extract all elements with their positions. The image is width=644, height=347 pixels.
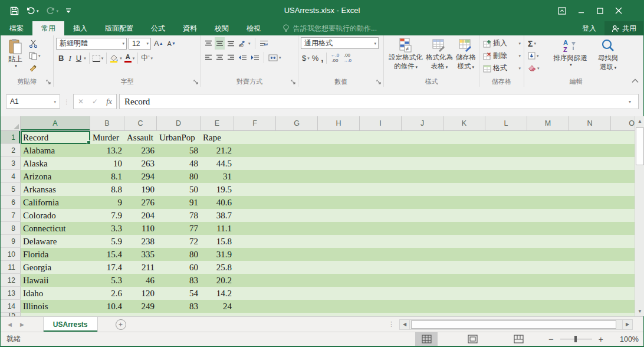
font-name-combo[interactable]: 新細明體▾ [56, 38, 127, 50]
row-header-9[interactable]: 9 [1, 235, 21, 248]
normal-view-button[interactable] [415, 332, 438, 346]
cell-B11[interactable]: 17.4 [90, 261, 124, 274]
middle-align-button[interactable] [215, 37, 225, 50]
cell-E13[interactable]: 14.2 [201, 287, 234, 300]
underline-button[interactable]: U▾ [74, 52, 87, 64]
cut-button[interactable] [28, 37, 42, 50]
cell-D4[interactable]: 80 [157, 170, 201, 183]
cell-A5[interactable]: Arkansas [21, 183, 90, 196]
align-right-button[interactable] [226, 51, 236, 64]
fill-button[interactable]: ▾ [527, 50, 549, 62]
cell-E10[interactable]: 31.9 [201, 248, 234, 261]
cell-B12[interactable]: 5.3 [90, 274, 124, 287]
cell-C7[interactable]: 204 [124, 209, 157, 222]
redo-button[interactable]: ▾ [44, 4, 61, 18]
row-band-filler[interactable] [234, 157, 635, 170]
cell-B14[interactable]: 10.4 [90, 300, 124, 313]
tab-資料[interactable]: 資料 [174, 21, 206, 35]
currency-format-button[interactable]: $▾ [301, 52, 311, 64]
row-band-filler[interactable] [234, 274, 635, 287]
column-header-F[interactable]: F [234, 116, 276, 131]
cell-E1[interactable]: Rape [201, 131, 234, 144]
ribbon-display-options-button[interactable] [553, 0, 571, 21]
scroll-up-icon[interactable]: ▲ [635, 116, 644, 126]
delete-cells-button[interactable]: 刪除▾ [482, 50, 523, 62]
cell-A14[interactable]: Illinois [21, 300, 90, 313]
cell-B13[interactable]: 2.6 [90, 287, 124, 300]
row-band-filler[interactable] [234, 131, 635, 144]
cell-D9[interactable]: 72 [157, 235, 201, 248]
tab-scroll-splitter[interactable]: ⋮ [388, 320, 395, 328]
zoom-slider[interactable] [560, 339, 592, 339]
cell-E3[interactable]: 44.5 [201, 157, 234, 170]
clear-button[interactable]: ▾ [527, 62, 549, 74]
column-header-H[interactable]: H [318, 116, 360, 131]
cell-D11[interactable]: 60 [157, 261, 201, 274]
maximize-button[interactable] [590, 0, 609, 21]
row-band-filler[interactable] [234, 209, 635, 222]
zoom-slider-thumb[interactable] [574, 336, 577, 342]
decrease-decimal-button[interactable]: .00→.0 [341, 53, 353, 64]
cell-A3[interactable]: Alaska [21, 157, 90, 170]
row-header-10[interactable]: 10 [1, 248, 21, 261]
cell-E11[interactable]: 25.8 [201, 261, 234, 274]
copy-button[interactable]: ▾ [28, 50, 42, 62]
row-band-filler[interactable] [234, 261, 635, 274]
align-left-button[interactable] [203, 51, 213, 64]
cell-A1[interactable]: Record [21, 131, 90, 144]
expand-formula-bar-icon[interactable]: ▾ [629, 99, 633, 104]
vertical-scrollbar-thumb[interactable] [636, 127, 644, 165]
undo-button[interactable]: ▾ [24, 4, 41, 18]
row-header-5[interactable]: 5 [1, 183, 21, 196]
insert-cells-button[interactable]: 插入▾ [482, 37, 523, 50]
row-band-filler[interactable] [234, 196, 635, 209]
cell-C10[interactable]: 335 [124, 248, 157, 261]
cell-D2[interactable]: 58 [157, 144, 201, 157]
cell-D5[interactable]: 50 [157, 183, 201, 196]
row-header-7[interactable]: 7 [1, 209, 21, 222]
zoom-in-button[interactable]: + [595, 335, 607, 344]
new-sheet-button[interactable]: + [116, 319, 126, 330]
collapse-ribbon-button[interactable] [632, 78, 639, 83]
enter-button[interactable]: ✓ [88, 97, 102, 106]
row-band-filler[interactable] [234, 235, 635, 248]
zoom-out-button[interactable]: − [545, 334, 557, 344]
row-header-6[interactable]: 6 [1, 196, 21, 209]
column-header-A[interactable]: A [21, 116, 90, 131]
cell-A9[interactable]: Delaware [21, 235, 90, 248]
cell-D8[interactable]: 77 [157, 222, 201, 235]
find-select-button[interactable]: 尋找與 選取▾ [592, 37, 625, 74]
column-header-K[interactable]: K [443, 116, 485, 131]
column-header-E[interactable]: E [201, 116, 234, 131]
row-band-filler[interactable] [234, 287, 635, 300]
vertical-scrollbar[interactable]: ▲ ▼ [635, 116, 644, 316]
scroll-down-icon[interactable]: ▼ [635, 306, 644, 316]
dialog-launcher-icon[interactable] [46, 80, 51, 85]
cell-B9[interactable]: 5.9 [90, 235, 124, 248]
cell-A4[interactable]: Arizona [21, 170, 90, 183]
column-header-B[interactable]: B [90, 116, 124, 131]
sign-in-button[interactable]: 登入 [574, 21, 604, 35]
insert-function-button[interactable]: fx [102, 97, 116, 106]
cell-D1[interactable]: UrbanPop [157, 131, 201, 144]
font-color-button[interactable]: A ▾ [123, 52, 136, 64]
row-header-8[interactable]: 8 [1, 222, 21, 235]
close-button[interactable] [609, 0, 628, 21]
number-format-combo[interactable]: 通用格式▾ [301, 37, 379, 49]
cell-D7[interactable]: 78 [157, 209, 201, 222]
format-as-table-button[interactable]: 格式化為 表格▾ [425, 37, 454, 71]
cell-C3[interactable]: 263 [124, 157, 157, 170]
cell-D13[interactable]: 54 [157, 287, 201, 300]
increase-indent-button[interactable] [249, 51, 261, 64]
cell-C4[interactable]: 294 [124, 170, 157, 183]
column-header-I[interactable]: I [360, 116, 402, 131]
share-button[interactable]: 共用 [604, 21, 643, 35]
cell-B10[interactable]: 15.4 [90, 248, 124, 261]
column-header-N[interactable]: N [569, 116, 611, 131]
column-header-L[interactable]: L [485, 116, 527, 131]
minimize-button[interactable] [571, 0, 590, 21]
cell-E9[interactable]: 15.8 [201, 235, 234, 248]
percent-style-button[interactable]: % [311, 52, 320, 64]
row-band-filler[interactable] [234, 170, 635, 183]
italic-button[interactable]: I [66, 52, 73, 64]
